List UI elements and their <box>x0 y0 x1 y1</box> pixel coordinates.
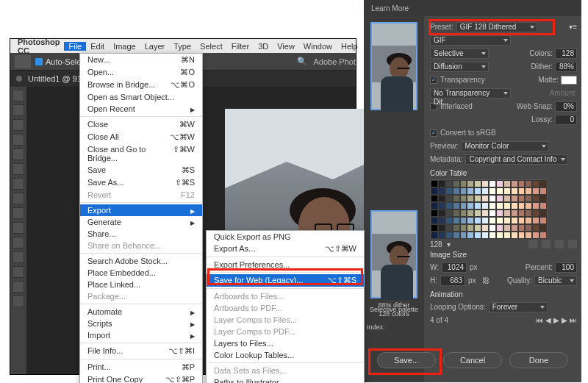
color-table[interactable] <box>430 179 548 238</box>
file-menu-item[interactable]: Generate <box>80 216 202 228</box>
metadata-select[interactable]: Copyright and Contact Info <box>465 154 568 165</box>
preset-menu-icon[interactable]: ▾≡ <box>569 23 577 31</box>
file-menu-item[interactable]: Close⌘W <box>80 118 202 131</box>
export-menu-item[interactable]: Export As...⌥⇧⌘W <box>207 243 364 255</box>
file-menu-item[interactable]: File Info...⌥⇧⌘I <box>80 345 202 357</box>
menu-edit[interactable]: Edit <box>86 42 109 51</box>
last-frame-icon[interactable]: ⏭ <box>570 316 577 324</box>
home-icon[interactable] <box>15 55 31 68</box>
file-menu-item[interactable]: Browse in Bridge...⌥⌘O <box>80 79 202 91</box>
cancel-button[interactable]: Cancel <box>443 352 502 368</box>
first-frame-icon[interactable]: ⏮ <box>536 316 543 324</box>
file-menu-item[interactable]: Export <box>80 204 202 216</box>
brush-tool-icon[interactable] <box>12 178 24 190</box>
preset-select[interactable]: GIF 128 Dithered <box>456 22 537 32</box>
done-button[interactable]: Done <box>509 352 568 368</box>
eraser-tool-icon[interactable] <box>12 207 24 219</box>
ct-add-icon[interactable] <box>528 240 537 248</box>
preview-thumb[interactable] <box>370 22 417 110</box>
menu-select[interactable]: Select <box>196 42 227 51</box>
file-menu-item[interactable]: Print One Copy⌥⇧⌘P <box>80 373 202 383</box>
file-menu-item[interactable]: Open Recent <box>80 103 202 115</box>
crop-tool-icon[interactable] <box>12 148 24 160</box>
ct-map-icon[interactable] <box>542 240 551 248</box>
file-menu-item[interactable]: Place Embedded... <box>80 267 202 279</box>
matte-swatch[interactable] <box>561 76 577 85</box>
app-name[interactable]: Photoshop CC <box>13 37 64 55</box>
gradient-tool-icon[interactable] <box>12 222 24 234</box>
format-select[interactable]: GIF <box>430 35 511 46</box>
auto-select-checkbox[interactable] <box>35 58 43 65</box>
file-menu-item[interactable]: Place Linked... <box>80 279 202 290</box>
learn-more-tab[interactable]: Learn More <box>364 0 581 16</box>
dither-field[interactable]: 88% <box>555 62 577 72</box>
menu-file[interactable]: File <box>64 42 86 51</box>
file-menu-item[interactable]: Scripts <box>80 318 202 329</box>
file-menu-item[interactable]: Print...⌘P <box>80 361 202 373</box>
mac-menubar: Photoshop CC File Edit Image Layer Type … <box>10 39 356 53</box>
menu-type[interactable]: Type <box>169 42 196 51</box>
export-menu-item[interactable]: Color Lookup Tables... <box>207 349 364 361</box>
zoom-tool-icon[interactable] <box>12 296 24 307</box>
file-menu-item[interactable]: Close and Go to Bridge...⇧⌘W <box>80 143 202 164</box>
ct-trash-icon[interactable] <box>568 240 577 248</box>
menu-layer[interactable]: Layer <box>140 42 170 51</box>
file-menu-item[interactable]: Automate <box>80 306 202 318</box>
wand-tool-icon[interactable] <box>12 134 24 146</box>
menu-window[interactable]: Window <box>299 42 337 51</box>
file-menu-item[interactable]: Search Adobe Stock... <box>80 255 202 267</box>
menu-view[interactable]: View <box>273 42 299 51</box>
pen-tool-icon[interactable] <box>12 237 24 248</box>
file-menu-item[interactable]: Save As...⇧⌘S <box>80 176 202 189</box>
menu-image[interactable]: Image <box>109 42 140 51</box>
close-tab-icon[interactable] <box>16 76 22 82</box>
stamp-tool-icon[interactable] <box>12 193 24 204</box>
loop-select[interactable]: Forever <box>489 302 548 312</box>
colors-field[interactable]: 128 <box>555 49 577 59</box>
file-menu-item[interactable]: Open...⌘O <box>80 66 202 79</box>
file-menu-item[interactable]: Close All⌥⌘W <box>80 131 202 143</box>
menu-filter[interactable]: Filter <box>227 42 254 51</box>
export-menu-item[interactable]: Paths to Illustrator... <box>207 376 364 383</box>
next-frame-icon[interactable]: ▶ <box>562 316 567 324</box>
websnap-field[interactable]: 0% <box>555 101 577 112</box>
dither-method-select[interactable]: Diffusion <box>430 62 489 72</box>
export-menu-item[interactable]: Quick Export as PNG <box>207 231 364 243</box>
prev-frame-icon[interactable]: ◀ <box>545 316 551 324</box>
transparency-checkbox[interactable]: ✓ <box>430 76 437 84</box>
file-menu-item[interactable]: Open as Smart Object... <box>80 91 202 103</box>
file-menu-item[interactable]: Share... <box>80 228 202 240</box>
menu-help[interactable]: Help <box>337 42 362 51</box>
percent-field[interactable]: 100 <box>555 262 577 273</box>
menu-3d[interactable]: 3D <box>254 42 273 51</box>
reduction-select[interactable]: Selective <box>430 49 489 59</box>
ct-count-dropdown-icon[interactable]: ▾ <box>447 240 451 248</box>
file-menu-item[interactable]: Import <box>80 329 202 341</box>
file-menu-item[interactable]: New...⌘N <box>80 54 202 66</box>
srgb-checkbox[interactable]: ✓ <box>430 129 437 137</box>
export-menu-item[interactable]: Export Preferences... <box>207 259 364 271</box>
quality-select[interactable]: Bicubic <box>534 276 577 286</box>
eyedropper-tool-icon[interactable] <box>12 163 24 175</box>
export-menu-item[interactable]: Layers to Files... <box>207 337 364 349</box>
text-tool-icon[interactable] <box>12 251 24 263</box>
lossy-field[interactable]: 0 <box>555 115 577 125</box>
height-field[interactable]: 683 <box>440 276 465 286</box>
marquee-tool-icon[interactable] <box>12 104 24 116</box>
ct-lock-icon[interactable] <box>555 240 564 248</box>
percent-label: Percent: <box>526 263 553 271</box>
save-button[interactable]: Save... <box>377 352 436 368</box>
file-menu-item[interactable]: Save⌘S <box>80 164 202 176</box>
link-icon[interactable]: ⛓ <box>482 276 490 284</box>
move-tool-icon[interactable] <box>12 90 24 101</box>
width-field[interactable]: 1024 <box>442 262 467 273</box>
shape-tool-icon[interactable] <box>12 266 24 278</box>
play-icon[interactable]: ▶ <box>553 316 559 324</box>
export-menu-item[interactable]: Save for Web (Legacy)...⌥⇧⌘S <box>207 274 364 287</box>
search-icon[interactable]: 🔍 <box>296 57 308 66</box>
preview-select[interactable]: Monitor Color <box>461 141 549 151</box>
preview-thumb-2[interactable] <box>370 210 417 298</box>
trans-dither-select[interactable]: No Transparency Dit... <box>430 88 511 99</box>
lasso-tool-icon[interactable] <box>12 119 24 131</box>
hand-tool-icon[interactable] <box>12 281 24 293</box>
